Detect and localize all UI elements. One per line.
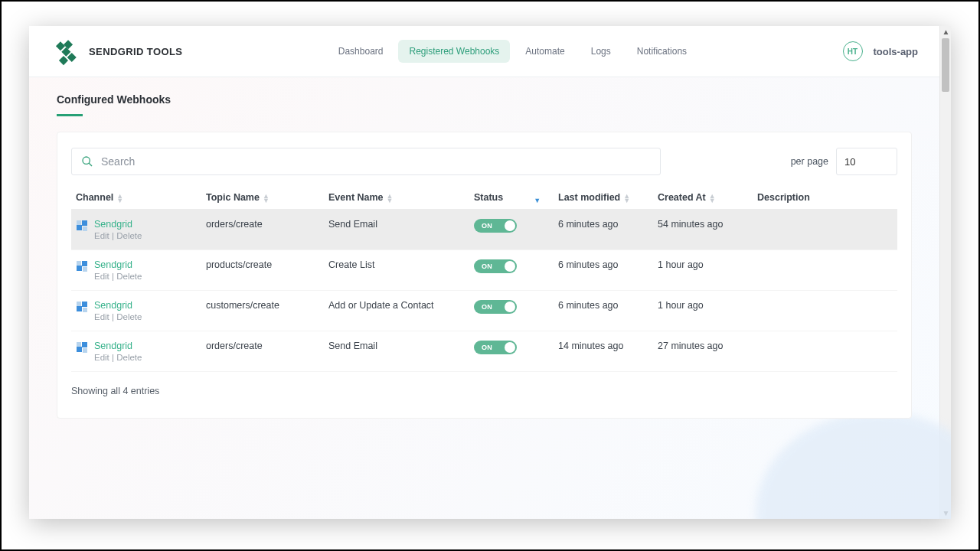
toggle-knob bbox=[505, 261, 515, 272]
svg-rect-3 bbox=[64, 40, 73, 49]
row-actions: Edit | Delete bbox=[94, 353, 142, 362]
th-created-label: Created At bbox=[658, 192, 706, 203]
topic-cell: customers/create bbox=[201, 291, 324, 331]
delete-link[interactable]: Delete bbox=[116, 272, 142, 281]
scrollbar-up-icon[interactable]: ▲ bbox=[940, 26, 951, 37]
created-cell: 27 minutes ago bbox=[653, 331, 753, 372]
th-topic-label: Topic Name bbox=[206, 192, 260, 203]
th-created[interactable]: Created At▲▼ bbox=[653, 186, 753, 210]
modified-cell: 6 minutes ago bbox=[554, 291, 653, 331]
status-toggle[interactable]: ON bbox=[474, 219, 517, 233]
topic-cell: products/create bbox=[201, 250, 324, 291]
event-cell: Add or Update a Contact bbox=[324, 291, 469, 331]
brand-title: SENDGRID TOOLS bbox=[89, 46, 182, 57]
table-row[interactable]: SendgridEdit | Deleteorders/createSend E… bbox=[71, 210, 897, 250]
edit-link[interactable]: Edit bbox=[94, 312, 109, 321]
th-description[interactable]: Description bbox=[753, 186, 897, 210]
table-row[interactable]: SendgridEdit | Deleteorders/createSend E… bbox=[71, 331, 897, 372]
user-menu[interactable]: HT tools-app bbox=[843, 41, 919, 61]
status-toggle[interactable]: ON bbox=[474, 300, 517, 314]
sort-icon: ▲▼ bbox=[263, 194, 270, 203]
status-toggle[interactable]: ON bbox=[474, 341, 517, 354]
th-modified[interactable]: Last modified▲▼ bbox=[554, 186, 653, 210]
th-status-label: Status bbox=[474, 192, 503, 203]
channel-link[interactable]: Sendgrid bbox=[94, 300, 142, 311]
webhooks-panel: per page Channel▲▼ Topic Name▲▼ Event Na… bbox=[57, 132, 912, 419]
th-event[interactable]: Event Name▲▼ bbox=[324, 186, 469, 210]
sort-icon: ▲▼ bbox=[387, 194, 394, 203]
table-row[interactable]: SendgridEdit | Deleteproducts/createCrea… bbox=[71, 250, 897, 291]
svg-rect-14 bbox=[83, 267, 87, 272]
search-box[interactable] bbox=[71, 148, 661, 175]
svg-rect-17 bbox=[77, 302, 81, 306]
topic-cell: orders/create bbox=[201, 210, 324, 250]
channel-cell: SendgridEdit | Delete bbox=[76, 300, 197, 321]
per-page: per page bbox=[791, 148, 897, 175]
search-icon bbox=[81, 155, 93, 168]
toggle-knob bbox=[505, 220, 515, 231]
svg-rect-10 bbox=[83, 227, 87, 231]
nav-notifications[interactable]: Notifications bbox=[626, 40, 697, 63]
svg-rect-4 bbox=[59, 56, 68, 65]
channel-cell: SendgridEdit | Delete bbox=[76, 219, 197, 240]
svg-rect-15 bbox=[77, 306, 82, 311]
status-toggle[interactable]: ON bbox=[474, 259, 517, 273]
delete-link[interactable]: Delete bbox=[116, 231, 142, 240]
edit-link[interactable]: Edit bbox=[94, 353, 109, 362]
svg-rect-9 bbox=[77, 220, 81, 225]
topic-cell: orders/create bbox=[201, 331, 324, 372]
user-name: tools-app bbox=[874, 46, 919, 57]
th-status[interactable]: Status▲▼ bbox=[469, 186, 554, 210]
channel-link[interactable]: Sendgrid bbox=[94, 219, 142, 230]
channel-link[interactable]: Sendgrid bbox=[94, 341, 142, 351]
svg-rect-11 bbox=[77, 266, 82, 271]
panel-toolbar: per page bbox=[71, 148, 897, 175]
browser-window: ▲ ▼ SENDGRID bbox=[29, 26, 951, 519]
description-cell bbox=[753, 210, 897, 250]
svg-rect-7 bbox=[77, 225, 82, 230]
svg-rect-16 bbox=[82, 302, 87, 307]
row-actions: Edit | Delete bbox=[94, 231, 142, 240]
sendgrid-icon bbox=[76, 341, 88, 356]
app-content: SENDGRID TOOLS Dashboard Registered Webh… bbox=[29, 26, 939, 519]
svg-rect-1 bbox=[61, 47, 70, 57]
brand[interactable]: SENDGRID TOOLS bbox=[51, 37, 182, 66]
th-channel[interactable]: Channel▲▼ bbox=[71, 186, 201, 210]
delete-link[interactable]: Delete bbox=[116, 353, 142, 362]
event-cell: Create List bbox=[324, 250, 469, 291]
topbar: SENDGRID TOOLS Dashboard Registered Webh… bbox=[29, 26, 939, 77]
nav-automate[interactable]: Automate bbox=[514, 40, 575, 63]
channel-cell: SendgridEdit | Delete bbox=[76, 341, 197, 362]
nav-registered-webhooks[interactable]: Registered Webhooks bbox=[398, 40, 510, 63]
channel-link[interactable]: Sendgrid bbox=[94, 259, 142, 270]
sendgrid-icon bbox=[76, 300, 88, 315]
table-row[interactable]: SendgridEdit | Deletecustomers/createAdd… bbox=[71, 291, 897, 331]
sort-icon: ▲▼ bbox=[534, 194, 541, 203]
sendgrid-icon bbox=[76, 219, 88, 234]
channel-cell: SendgridEdit | Delete bbox=[76, 259, 197, 281]
created-cell: 54 minutes ago bbox=[653, 210, 753, 250]
svg-rect-0 bbox=[56, 41, 65, 51]
toggle-knob bbox=[505, 342, 515, 353]
created-cell: 1 hour ago bbox=[653, 250, 753, 291]
th-description-label: Description bbox=[757, 192, 810, 203]
main-nav: Dashboard Registered Webhooks Automate L… bbox=[328, 40, 697, 63]
svg-rect-19 bbox=[77, 347, 82, 352]
edit-link[interactable]: Edit bbox=[94, 272, 109, 281]
background-decor bbox=[756, 412, 951, 519]
nav-logs[interactable]: Logs bbox=[580, 40, 622, 63]
toggle-knob bbox=[505, 302, 515, 312]
scrollbar-thumb[interactable] bbox=[942, 38, 949, 92]
event-cell: Send Email bbox=[324, 210, 469, 250]
per-page-select[interactable] bbox=[836, 148, 897, 175]
search-input[interactable] bbox=[101, 155, 651, 168]
edit-link[interactable]: Edit bbox=[94, 231, 109, 240]
th-topic[interactable]: Topic Name▲▼ bbox=[201, 186, 324, 210]
modified-cell: 6 minutes ago bbox=[554, 250, 653, 291]
nav-dashboard[interactable]: Dashboard bbox=[328, 40, 394, 63]
svg-rect-21 bbox=[77, 342, 81, 347]
delete-link[interactable]: Delete bbox=[116, 312, 142, 321]
avatar: HT bbox=[843, 41, 863, 61]
table-footer: Showing all 4 entries bbox=[71, 386, 897, 396]
svg-point-5 bbox=[83, 157, 90, 164]
